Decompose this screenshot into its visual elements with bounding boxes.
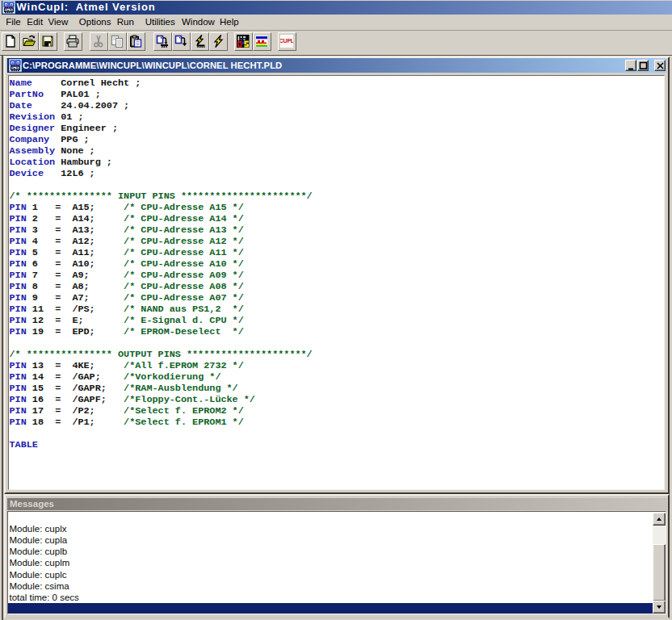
svg-text:CUPL: CUPL bbox=[280, 38, 293, 44]
